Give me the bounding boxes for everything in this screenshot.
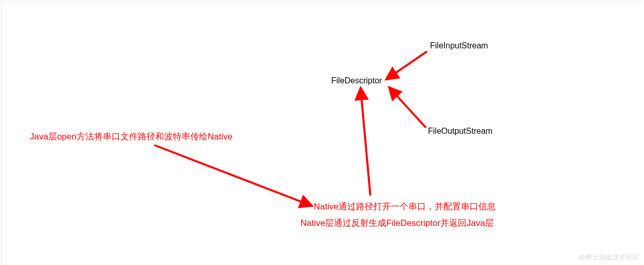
arrow-java-to-native <box>154 145 307 204</box>
node-file-descriptor: FileDescriptor <box>331 76 382 85</box>
arrow-native-to-filedescriptor <box>361 94 370 196</box>
annotation-native-reflect: Native层通过反射生成FileDescriptor并返回Java层 <box>300 217 494 229</box>
arrow-fileinputstream-to-filedescriptor <box>391 51 427 76</box>
annotation-java-open: Java层open方法将串口文件路径和波特率传给Native <box>30 131 232 143</box>
annotation-native-open: Native通过路径打开一个串口，并配置串口信息 <box>314 201 496 213</box>
left-border <box>2 1 2 265</box>
arrow-fileoutputstream-to-filedescriptor <box>393 92 426 128</box>
node-file-input-stream: FileInputStream <box>430 41 488 50</box>
node-file-output-stream: FileOutputStream <box>428 127 492 136</box>
top-border <box>2 1 642 2</box>
watermark: @稀土掘金技术社区 <box>579 253 639 262</box>
diagram-canvas: FileInputStream FileDescriptor FileOutpu… <box>0 0 644 265</box>
